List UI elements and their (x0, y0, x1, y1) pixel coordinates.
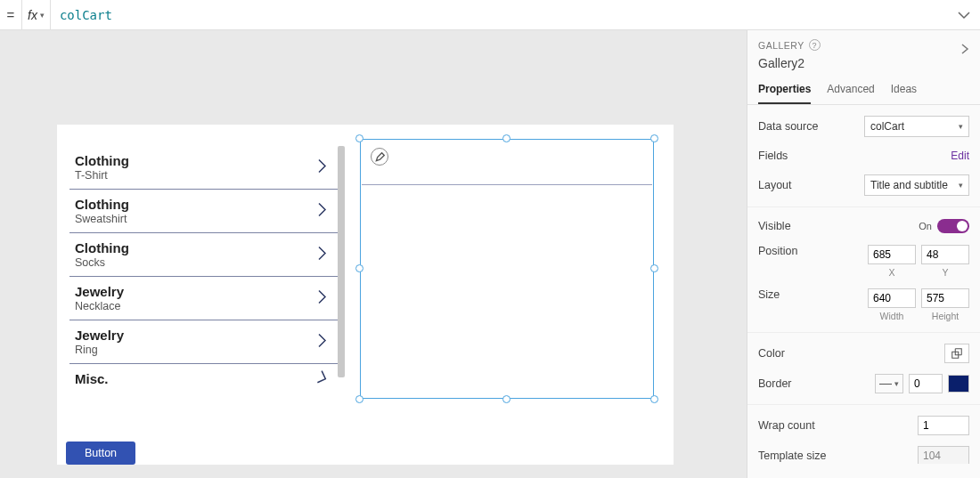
item-title: Clothing (75, 240, 320, 255)
size-width-input[interactable] (868, 288, 916, 308)
item-title: Jewelry (75, 328, 320, 343)
position-y-input[interactable] (921, 245, 969, 264)
y-sublabel: Y (942, 267, 948, 278)
expand-formula-icon[interactable] (948, 8, 980, 22)
visible-toggle[interactable] (937, 219, 969, 233)
control-type-text: GALLERY (758, 40, 804, 51)
template-size-input[interactable] (918, 446, 969, 464)
selection-outline (360, 139, 654, 399)
fx-dropdown[interactable]: fx ▾ (21, 0, 51, 29)
resize-handle[interactable] (355, 395, 363, 403)
gallery-item[interactable]: Jewelry Ring (69, 320, 345, 363)
visible-label: Visible (758, 220, 791, 232)
gallery-item[interactable]: Clothing Sweatshirt (69, 189, 345, 232)
control-type-label: GALLERY ? (758, 39, 969, 51)
workspace: Clothing T-Shirt Clothing Sweatshirt Clo… (0, 30, 980, 478)
gallery1[interactable]: Clothing T-Shirt Clothing Sweatshirt Clo… (69, 146, 345, 428)
chevron-right-icon[interactable] (316, 245, 329, 265)
resize-handle[interactable] (650, 134, 658, 142)
data-source-value: colCart (870, 120, 904, 133)
edit-template-button[interactable] (371, 148, 388, 166)
formula-bar: = fx ▾ colCart (0, 0, 980, 30)
position-x-input[interactable] (868, 245, 916, 264)
control-name[interactable]: Gallery2 (758, 56, 969, 70)
position-label: Position (758, 245, 797, 257)
border-color-swatch[interactable] (948, 375, 969, 393)
visible-on-label: On (919, 221, 932, 231)
border-label: Border (758, 377, 792, 390)
chevron-right-icon[interactable] (316, 332, 329, 352)
item-title: Jewelry (75, 284, 320, 299)
chevron-right-icon[interactable] (316, 158, 329, 178)
scrollbar[interactable] (338, 146, 345, 377)
chevron-right-icon[interactable] (960, 43, 969, 58)
x-sublabel: X (888, 267, 894, 278)
height-sublabel: Height (932, 311, 959, 321)
fx-label: fx (28, 8, 37, 22)
panel-tabs: Properties Advanced Ideas (747, 74, 980, 105)
item-title: Clothing (75, 153, 320, 168)
layout-label: Layout (758, 179, 792, 191)
resize-handle[interactable] (650, 395, 658, 403)
border-style-dropdown[interactable]: ▾ (875, 374, 903, 393)
item-subtitle: Necklace (75, 300, 320, 312)
chevron-down-icon: ▾ (959, 122, 963, 131)
fields-label: Fields (758, 150, 788, 162)
size-height-input[interactable] (921, 288, 969, 308)
color-label: Color (758, 347, 785, 360)
resize-handle[interactable] (502, 134, 510, 142)
panel-header: GALLERY ? Gallery2 (747, 30, 980, 74)
data-source-label: Data source (758, 120, 818, 133)
template-size-label: Template size (758, 450, 826, 462)
wrap-count-input[interactable] (918, 416, 969, 435)
item-subtitle: Ring (75, 344, 320, 356)
layout-dropdown[interactable]: Title and subtitle ▾ (864, 174, 969, 196)
color-picker-button[interactable] (944, 344, 969, 363)
gallery-item[interactable]: Clothing T-Shirt (69, 146, 345, 189)
chevron-down-icon: ▾ (894, 379, 899, 388)
size-label: Size (758, 288, 780, 301)
item-title: Misc. (75, 371, 320, 386)
tab-ideas[interactable]: Ideas (891, 83, 917, 104)
data-source-dropdown[interactable]: colCart ▾ (864, 116, 969, 137)
item-title: Clothing (75, 197, 320, 212)
properties-panel: GALLERY ? Gallery2 Properties Advanced I… (747, 30, 980, 478)
gallery-item[interactable]: Misc. (69, 363, 345, 394)
border-width-input[interactable] (909, 374, 943, 393)
equals-symbol: = (0, 7, 21, 22)
gallery-template-row[interactable] (362, 141, 652, 185)
gallery-item[interactable]: Jewelry Necklace (69, 276, 345, 320)
canvas-area: Clothing T-Shirt Clothing Sweatshirt Clo… (0, 30, 747, 478)
wrap-count-label: Wrap count (758, 419, 815, 432)
fields-edit-link[interactable]: Edit (951, 150, 969, 162)
width-sublabel: Width (880, 311, 904, 321)
item-subtitle: Sweatshirt (75, 213, 320, 225)
item-subtitle: T-Shirt (75, 169, 320, 182)
tab-advanced[interactable]: Advanced (827, 83, 874, 104)
gallery2-selected[interactable] (360, 139, 654, 399)
chevron-right-icon[interactable] (316, 201, 329, 222)
chevron-right-icon[interactable] (316, 288, 329, 309)
resize-handle[interactable] (355, 264, 363, 272)
help-icon[interactable]: ? (809, 39, 821, 51)
tab-properties[interactable]: Properties (758, 83, 811, 104)
formula-input[interactable]: colCart (51, 0, 948, 29)
resize-handle[interactable] (502, 395, 510, 403)
resize-handle[interactable] (355, 134, 363, 142)
resize-handle[interactable] (650, 264, 658, 272)
button-control[interactable]: Button (66, 442, 135, 465)
chevron-down-icon: ▾ (959, 181, 963, 190)
chevron-down-icon: ▾ (40, 11, 45, 20)
item-subtitle: Socks (75, 256, 320, 269)
gallery-item[interactable]: Clothing Socks (69, 232, 345, 276)
properties-scroll[interactable]: Data source colCart ▾ Fields Edit Layout… (747, 105, 980, 464)
layout-value: Title and subtitle (870, 179, 948, 191)
